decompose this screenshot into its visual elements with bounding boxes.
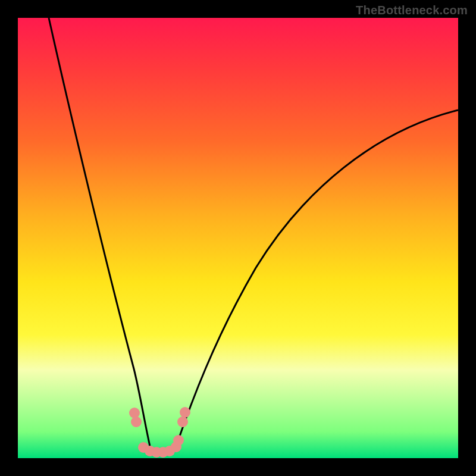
marker-dot [173, 435, 184, 446]
right-curve [176, 110, 458, 446]
plot-area [18, 18, 458, 458]
marker-dot [180, 407, 190, 418]
left-curve [49, 18, 150, 446]
marker-dot [131, 416, 142, 427]
marker-dot [129, 408, 140, 418]
chart-frame: TheBottleneck.com [0, 0, 476, 476]
curve-layer [18, 18, 458, 458]
watermark-text: TheBottleneck.com [356, 4, 468, 17]
marker-dot [177, 416, 188, 427]
